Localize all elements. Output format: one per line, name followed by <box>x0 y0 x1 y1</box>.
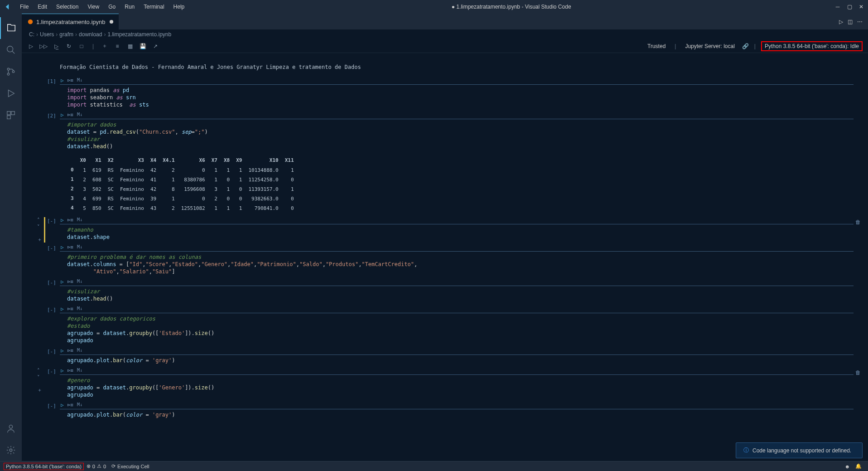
code-content[interactable]: #visulizar dataset.head() <box>60 286 854 304</box>
add-below-icon[interactable]: ＋ <box>37 387 42 393</box>
add-below-icon[interactable]: ＋ <box>37 236 42 243</box>
code-cell[interactable]: [-] ▷ ⊳≡ M↓ #primeiro problema é dar nom… <box>22 244 868 277</box>
run-all-cells-icon[interactable]: ▷▷ <box>40 43 47 50</box>
code-content[interactable]: #tamanho dataset.shape <box>60 224 854 243</box>
run-cell-icon[interactable]: ▷ <box>27 43 34 50</box>
cell-type-icon[interactable]: M↓ <box>77 306 82 312</box>
code-cell[interactable]: [2] ▷ ⊳≡ M↓ #importar dados dataset = pd… <box>22 112 868 214</box>
maximize-icon[interactable]: ▢ <box>846 4 853 10</box>
run-debug-icon[interactable] <box>0 83 22 104</box>
save-icon[interactable]: 💾 <box>139 43 146 50</box>
split-editor-icon[interactable]: ◫ <box>848 19 853 25</box>
markdown-cell[interactable]: Formação Cientista de Dados - Fernando A… <box>22 62 868 78</box>
explorer-icon[interactable] <box>0 17 22 39</box>
move-down-icon[interactable]: ˅ <box>37 224 42 230</box>
source-control-icon[interactable] <box>0 61 22 83</box>
account-icon[interactable] <box>0 418 22 439</box>
run-icon[interactable]: ▷ <box>61 279 64 285</box>
run-icon[interactable]: ▷ <box>61 348 64 354</box>
kernel-status[interactable]: Python 3.8.5 64-bit ('base': conda): Idl… <box>761 41 863 51</box>
code-content[interactable]: #importar dados dataset = pd.read_csv("C… <box>60 119 854 152</box>
crumb-download[interactable]: download <box>79 31 102 38</box>
code-content[interactable]: #explorar dados categoricos #estado agru… <box>60 313 854 346</box>
code-content[interactable]: #genero agrupado = dataset.groupby(['Gen… <box>60 374 854 400</box>
interrupt-icon[interactable]: □ <box>78 43 85 50</box>
cell-type-icon[interactable]: M↓ <box>77 217 82 223</box>
jupyter-server-status[interactable]: Jupyter Server: local <box>681 42 738 50</box>
code-cell-active[interactable]: ˄ ˅ ＋ [-] 🗑 ▷ ⊳≡ M↓ #tamanho dataset.sha… <box>22 217 868 243</box>
code-content[interactable]: agrupado.plot.bar(color = 'gray') <box>60 409 854 420</box>
code-cell[interactable]: [-] ▷ ⊳≡ M↓ #visulizar dataset.head() <box>22 279 868 304</box>
run-line-icon[interactable]: ⊳≡ <box>68 217 73 223</box>
server-link-icon[interactable]: 🔗 <box>742 43 749 49</box>
code-cell[interactable]: ˄ ˅ ＋ [-] 🗑 ▷ ⊳≡ M↓ #genero agrupado = d… <box>22 368 868 400</box>
layout-icon[interactable]: ▦ <box>126 43 134 50</box>
code-cell[interactable]: [-] ▷ ⊳≡ M↓ #explorar dados categoricos … <box>22 306 868 346</box>
run-icon[interactable]: ▷ <box>61 244 64 250</box>
cell-type-icon[interactable]: M↓ <box>77 348 82 354</box>
cell-type-icon[interactable]: M↓ <box>77 244 82 250</box>
menu-edit[interactable]: Edit <box>34 2 51 12</box>
run-line-icon[interactable]: ⊳≡ <box>68 306 73 312</box>
add-cell-icon[interactable]: ＋ <box>101 43 108 50</box>
menu-file[interactable]: File <box>16 2 32 12</box>
bell-icon[interactable]: 🔔 <box>853 463 864 469</box>
code-cell[interactable]: [1] ▷ ⊳≡ M↓ import pandas as pd import s… <box>22 78 868 110</box>
notification-toast[interactable]: ⓘ Code language not supported or defined… <box>736 442 863 458</box>
run-icon[interactable]: ▷ <box>61 78 64 83</box>
status-problems[interactable]: ⊗0 ⚠0 <box>84 463 109 469</box>
variable-icon[interactable]: ≡ <box>114 43 121 50</box>
crumb-file[interactable]: 1.limpezatratamento.ipynb <box>107 31 171 38</box>
code-cell[interactable]: [-] ▷ ⊳≡ M↓ agrupado.plot.bar(color = 'g… <box>22 348 868 366</box>
more-actions-icon[interactable]: ⋯ <box>857 19 863 25</box>
menu-selection[interactable]: Selection <box>53 2 82 12</box>
run-line-icon[interactable]: ⊳≡ <box>68 368 73 374</box>
status-kernel[interactable]: Python 3.8.5 64-bit ('base': conda) <box>4 463 84 470</box>
move-up-icon[interactable]: ˄ <box>37 368 42 374</box>
code-content[interactable]: agrupado.plot.bar(color = 'gray') <box>60 354 854 366</box>
feedback-icon[interactable]: ☻ <box>842 463 853 469</box>
crumb-users[interactable]: Users <box>40 31 54 38</box>
run-icon[interactable]: ▷ <box>61 402 64 408</box>
run-icon[interactable]: ▷ <box>61 306 64 312</box>
run-line-icon[interactable]: ⊳≡ <box>68 78 73 83</box>
code-cell[interactable]: [-] ▷ ⊳≡ M↓ agrupado.plot.bar(color = 'g… <box>22 402 868 420</box>
minimize-icon[interactable]: ─ <box>834 4 841 10</box>
menu-terminal[interactable]: Terminal <box>140 2 168 12</box>
cell-type-icon[interactable]: M↓ <box>77 279 82 285</box>
cell-type-icon[interactable]: M↓ <box>77 402 82 408</box>
trusted-status[interactable]: Trusted <box>644 42 669 50</box>
run-icon[interactable]: ▷ <box>61 217 64 223</box>
menu-help[interactable]: Help <box>170 2 188 12</box>
export-icon[interactable]: ↗ <box>152 43 159 50</box>
code-content[interactable]: #primeiro problema é dar nomes as coluna… <box>60 251 854 277</box>
delete-cell-icon[interactable]: 🗑 <box>855 219 861 225</box>
cell-type-icon[interactable]: M↓ <box>77 112 82 118</box>
crumb-drive[interactable]: C: <box>29 31 34 38</box>
status-executing[interactable]: ⟳ Executing Cell <box>109 463 152 469</box>
menu-run[interactable]: Run <box>121 2 138 12</box>
settings-icon[interactable] <box>0 439 22 461</box>
delete-cell-icon[interactable]: 🗑 <box>855 369 861 376</box>
run-line-icon[interactable]: ⊳≡ <box>68 112 73 118</box>
run-line-icon[interactable]: ⊳≡ <box>68 244 73 250</box>
move-down-icon[interactable]: ˅ <box>37 374 42 380</box>
extensions-icon[interactable] <box>0 104 22 126</box>
run-below-icon[interactable]: ▷̲ <box>53 43 60 50</box>
tab-notebook[interactable]: 1.limpezatratamento.ipynb <box>22 14 119 29</box>
cell-type-icon[interactable]: M↓ <box>77 78 82 83</box>
notebook-body[interactable]: Formação Cientista de Dados - Fernando A… <box>22 53 868 461</box>
code-content[interactable]: import pandas as pd import seaborn as sr… <box>60 84 854 110</box>
run-line-icon[interactable]: ⊳≡ <box>68 348 73 354</box>
run-icon[interactable]: ▷ <box>61 112 64 118</box>
breadcrumbs[interactable]: C: › Users › grafm › download › 1.limpez… <box>22 29 868 39</box>
cell-type-icon[interactable]: M↓ <box>77 368 82 374</box>
crumb-user[interactable]: grafm <box>59 31 73 38</box>
run-line-icon[interactable]: ⊳≡ <box>68 279 73 285</box>
close-icon[interactable]: ✕ <box>858 4 864 10</box>
menu-go[interactable]: Go <box>105 2 119 12</box>
run-all-icon[interactable]: ▷ <box>839 19 843 25</box>
move-up-icon[interactable]: ˄ <box>37 217 42 223</box>
search-icon[interactable] <box>0 39 22 61</box>
run-line-icon[interactable]: ⊳≡ <box>68 402 73 408</box>
